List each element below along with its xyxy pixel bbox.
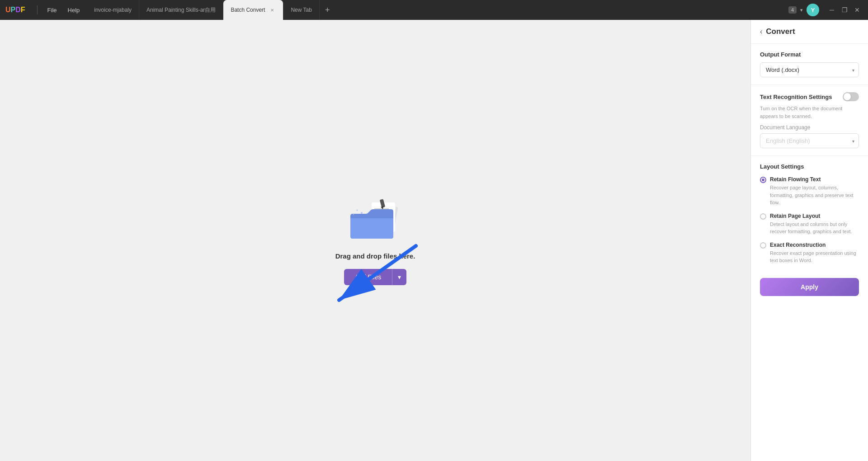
layout-section: Layout Settings Retain Flowing Text Reco… — [751, 156, 868, 278]
radio-page[interactable] — [760, 213, 766, 220]
output-format-label: Output Format — [760, 51, 859, 58]
output-format-section: Output Format Word (.docx) Excel (.xlsx)… — [751, 44, 868, 85]
exact-desc: Recover exact page presentation using te… — [770, 249, 859, 264]
back-btn[interactable]: ‹ — [760, 28, 762, 36]
close-btn[interactable]: ✕ — [852, 5, 863, 15]
ocr-toggle[interactable] — [843, 92, 859, 101]
exact-label-group: Exact Reconstruction Recover exact page … — [770, 242, 859, 264]
lang-label: Document Language — [760, 124, 859, 131]
sidebar-title: Convert — [766, 27, 795, 36]
ocr-description: Turn on the OCR when the document appear… — [760, 105, 859, 120]
divider — [37, 5, 38, 14]
ocr-header: Text Recognition Settings — [760, 92, 859, 101]
apply-btn[interactable]: Apply — [760, 278, 859, 296]
tab-animal[interactable]: Animal Painting Skills-ar自用 — [139, 0, 223, 20]
flowing-label-group: Retain Flowing Text Recover page layout,… — [770, 176, 859, 207]
svg-point-9 — [357, 210, 358, 211]
minimize-btn[interactable]: ─ — [826, 5, 837, 15]
tab-count-chevron[interactable]: ▾ — [800, 7, 803, 13]
right-sidebar: ‹ Convert Output Format Word (.docx) Exc… — [750, 20, 868, 461]
radio-exact[interactable] — [760, 242, 766, 249]
page-label: Retain Page Layout — [770, 213, 859, 219]
folder-illustration — [348, 196, 402, 243]
toggle-knob — [844, 93, 851, 100]
flowing-label: Retain Flowing Text — [770, 176, 859, 183]
tab-batch[interactable]: Batch Convert ✕ — [223, 0, 283, 20]
ocr-section: Text Recognition Settings Turn on the OC… — [751, 85, 868, 156]
tab-count-badge: 4 — [788, 6, 797, 14]
help-menu-btn[interactable]: Help — [64, 5, 84, 15]
tab-newtab-label: New Tab — [291, 7, 311, 13]
new-tab-btn[interactable]: + — [320, 5, 335, 15]
page-desc: Detect layout and columns but only recov… — [770, 221, 859, 235]
layout-option-exact[interactable]: Exact Reconstruction Recover exact page … — [760, 242, 859, 264]
tab-batch-close[interactable]: ✕ — [269, 7, 276, 14]
exact-label: Exact Reconstruction — [770, 242, 859, 248]
titlebar-right: 4 ▾ Y ─ ❐ ✕ — [788, 4, 863, 16]
lang-select-wrapper: English (English) Chinese (Simplified) F… — [760, 133, 859, 148]
ocr-title: Text Recognition Settings — [760, 94, 832, 100]
tab-newtab[interactable]: New Tab — [283, 0, 319, 20]
tabs-container: invoice-mjabaly Animal Painting Skills-a… — [87, 0, 785, 20]
radio-flowing[interactable] — [760, 177, 766, 183]
tab-batch-label: Batch Convert — [231, 7, 265, 13]
flowing-desc: Recover page layout, columns, formatting… — [770, 184, 859, 207]
lang-select[interactable]: English (English) Chinese (Simplified) F… — [760, 133, 859, 148]
user-avatar[interactable]: Y — [807, 4, 819, 16]
layout-option-flowing[interactable]: Retain Flowing Text Recover page layout,… — [760, 176, 859, 207]
maximize-btn[interactable]: ❐ — [839, 5, 850, 15]
app-logo: UPDF — [5, 6, 25, 14]
titlebar: UPDF File Help invoice-mjabaly Animal Pa… — [0, 0, 868, 20]
svg-point-8 — [361, 212, 363, 214]
format-select-wrapper: Word (.docx) Excel (.xlsx) PowerPoint (.… — [760, 62, 859, 77]
format-select[interactable]: Word (.docx) Excel (.xlsx) PowerPoint (.… — [760, 62, 859, 77]
svg-point-10 — [353, 214, 354, 215]
page-label-group: Retain Page Layout Detect layout and col… — [770, 213, 859, 235]
main-layout: Drag and drop files here. Add Files ▾ ‹ … — [0, 20, 868, 461]
layout-title: Layout Settings — [760, 163, 859, 170]
tab-animal-label: Animal Painting Skills-ar自用 — [146, 6, 216, 14]
svg-line-12 — [339, 246, 416, 300]
file-menu-btn[interactable]: File — [44, 5, 61, 15]
tab-invoice[interactable]: invoice-mjabaly — [87, 0, 139, 20]
content-area: Drag and drop files here. Add Files ▾ — [0, 20, 750, 461]
sidebar-header: ‹ Convert — [751, 20, 868, 44]
tab-invoice-label: invoice-mjabaly — [94, 7, 132, 13]
window-controls: ─ ❐ ✕ — [826, 5, 863, 15]
layout-option-page[interactable]: Retain Page Layout Detect layout and col… — [760, 213, 859, 235]
blue-arrow — [326, 237, 425, 309]
